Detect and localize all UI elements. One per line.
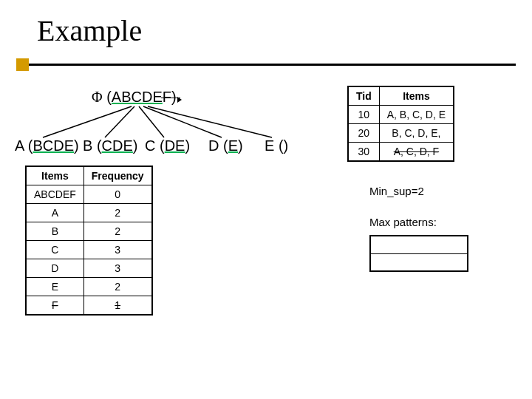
tid-row: 30 A, C, D, F bbox=[348, 143, 454, 162]
tid-row: 20 B, C, D, E, bbox=[348, 124, 454, 143]
tid-header-items: Items bbox=[379, 86, 454, 106]
accent-square bbox=[16, 58, 29, 71]
child-node-d: D (E) bbox=[208, 137, 243, 154]
hr-divider bbox=[16, 64, 516, 66]
freq-header-items: Items bbox=[26, 166, 83, 185]
freq-table-wrap: Items Frequency ABCDEF0 A2 B2 C3 D3 E2 F… bbox=[25, 166, 153, 316]
svg-line-4 bbox=[148, 106, 272, 137]
root-node: Φ (ABCDEFABCDEF) bbox=[92, 89, 177, 106]
freq-header-freq: Frequency bbox=[83, 166, 151, 185]
child-node-c: C (DE) bbox=[145, 137, 190, 154]
freq-header-row: Items Frequency bbox=[26, 166, 152, 185]
maxpatterns-label: Max patterns: bbox=[369, 216, 437, 228]
freq-row: B2 bbox=[26, 222, 152, 241]
max-patterns-divider bbox=[371, 253, 467, 254]
tid-header-tid: Tid bbox=[348, 86, 379, 106]
freq-row: C3 bbox=[26, 241, 152, 259]
root-itemset: ABCDEFABCDEF bbox=[112, 89, 171, 105]
tid-table-wrap: Tid Items 10 A, B, C, D, E 20 B, C, D, E… bbox=[347, 86, 454, 162]
freq-table: Items Frequency ABCDEF0 A2 B2 C3 D3 E2 F… bbox=[25, 166, 153, 316]
phi-symbol: Φ bbox=[92, 89, 103, 105]
child-node-b: B (CDE) bbox=[83, 137, 137, 154]
minsup-label: Min_sup=2 bbox=[369, 185, 424, 197]
svg-line-1 bbox=[105, 106, 134, 137]
svg-line-3 bbox=[143, 106, 222, 137]
child-node-a: A (BCDE) bbox=[15, 137, 79, 154]
child-node-e: E () bbox=[265, 137, 288, 154]
svg-line-2 bbox=[139, 106, 164, 137]
svg-line-0 bbox=[43, 106, 132, 137]
freq-row-struck: F1 bbox=[26, 296, 152, 316]
tid-table: Tid Items 10 A, B, C, D, E 20 B, C, D, E… bbox=[347, 86, 454, 162]
freq-row: E2 bbox=[26, 278, 152, 296]
freq-row: D3 bbox=[26, 259, 152, 278]
tid-header-row: Tid Items bbox=[348, 86, 454, 106]
tid-row: 10 A, B, C, D, E bbox=[348, 106, 454, 124]
max-patterns-box bbox=[369, 235, 468, 272]
slide-title: Example bbox=[37, 13, 142, 48]
freq-row: A2 bbox=[26, 204, 152, 222]
freq-row: ABCDEF0 bbox=[26, 185, 152, 204]
